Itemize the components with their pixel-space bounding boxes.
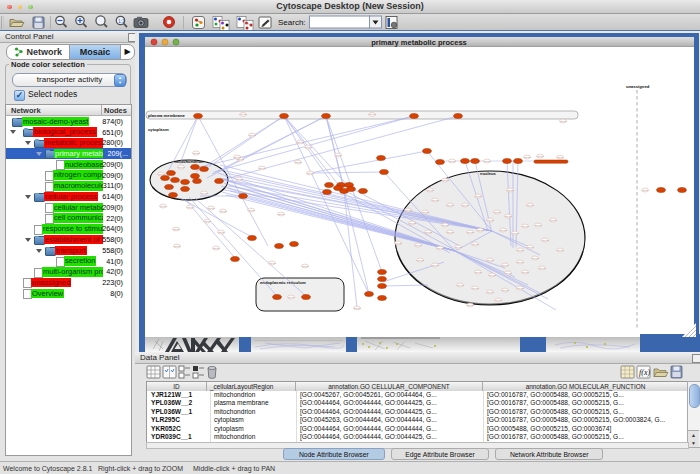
svg-text:Yxx-xx: Yxx-xx [441, 179, 449, 182]
svg-text:Yxx-xx: Yxx-xx [474, 271, 482, 274]
svg-text:Yxx-xx: Yxx-xx [217, 231, 225, 234]
svg-text:Yxx-xx: Yxx-xx [446, 204, 454, 207]
svg-text:Yxx-xx: Yxx-xx [559, 120, 567, 123]
svg-text:Yxx-xx: Yxx-xx [368, 113, 376, 116]
svg-text:Yxx-xx: Yxx-xx [511, 232, 519, 235]
svg-text:Yxx-xx: Yxx-xx [200, 192, 208, 195]
svg-text:Yxx-xx: Yxx-xx [353, 307, 361, 310]
svg-text:Yxx-xx: Yxx-xx [526, 204, 534, 207]
svg-text:Yxx-xx: Yxx-xx [556, 156, 564, 159]
svg-text:Yxx-xx: Yxx-xx [474, 195, 482, 198]
svg-text:Yxx-xx: Yxx-xx [306, 172, 314, 175]
svg-text:Yxx-xx: Yxx-xx [431, 264, 439, 267]
svg-text:unassigned: unassigned [626, 84, 650, 89]
svg-text:f(x): f(x) [639, 368, 650, 377]
svg-text:Yxx-xx: Yxx-xx [408, 222, 416, 225]
svg-text:Yxx-xx: Yxx-xx [504, 272, 512, 275]
svg-text:Yxx-xx: Yxx-xx [414, 244, 422, 247]
svg-text:Yxx-xx: Yxx-xx [494, 299, 502, 302]
svg-text:Yxx-xx: Yxx-xx [277, 213, 285, 216]
svg-text:Yxx-xx: Yxx-xx [207, 207, 215, 210]
svg-text:Yxx-xx: Yxx-xx [416, 259, 424, 262]
svg-text:Yxx-xx: Yxx-xx [441, 224, 449, 227]
svg-text:Yxx-xx: Yxx-xx [549, 219, 557, 222]
svg-text:Yxx-xx: Yxx-xx [424, 231, 432, 234]
svg-text:Yxx-xx: Yxx-xx [461, 204, 469, 207]
svg-text:Yxx-xx: Yxx-xx [296, 141, 304, 144]
svg-text:Yxx-xx: Yxx-xx [304, 146, 312, 149]
svg-text:Yxx-xx: Yxx-xx [159, 205, 167, 208]
svg-text:Yxx-xx: Yxx-xx [192, 152, 200, 155]
svg-text:Yxx-xx: Yxx-xx [541, 239, 549, 242]
svg-text:Yxx-xx: Yxx-xx [233, 156, 241, 159]
svg-text:Yxx-xx: Yxx-xx [203, 220, 211, 223]
svg-text:Yxx-xx: Yxx-xx [466, 231, 474, 234]
svg-text:Yxx-xx: Yxx-xx [456, 284, 464, 287]
svg-text:Yxx-xx: Yxx-xx [488, 274, 496, 277]
svg-text:Yxx-xx: Yxx-xx [436, 247, 444, 250]
svg-text:Yxx-xx: Yxx-xx [186, 206, 194, 209]
svg-text:Yxx-xx: Yxx-xx [421, 211, 429, 214]
svg-text:Yxx-xx: Yxx-xx [536, 155, 544, 158]
svg-text:Yxx-xx: Yxx-xx [556, 249, 564, 252]
svg-text:Yxx-xx: Yxx-xx [301, 265, 309, 268]
svg-text:Yxx-xx: Yxx-xx [268, 262, 276, 265]
svg-text:Yxx-xx: Yxx-xx [212, 247, 220, 250]
svg-text:Yxx-xx: Yxx-xx [523, 156, 531, 159]
svg-text:Yxx-xx: Yxx-xx [486, 259, 494, 262]
svg-text:Yxx-xx: Yxx-xx [538, 267, 546, 270]
svg-text:Yxx-xx: Yxx-xx [247, 209, 255, 212]
svg-text:Yxx-xx: Yxx-xx [294, 161, 302, 164]
svg-text:Yxx-xx: Yxx-xx [426, 189, 434, 192]
svg-text:Yxx-xx: Yxx-xx [172, 228, 180, 231]
svg-text:Yxx-xx: Yxx-xx [287, 296, 295, 299]
svg-text:Yxx-xx: Yxx-xx [404, 209, 412, 212]
svg-text:nucleus: nucleus [480, 171, 496, 176]
svg-text:Yxx-xx: Yxx-xx [235, 178, 243, 181]
svg-text:Yxx-xx: Yxx-xx [239, 113, 247, 116]
svg-text:Yxx-xx: Yxx-xx [516, 287, 524, 290]
svg-text:1:1: 1:1 [118, 19, 125, 24]
svg-text:Yxx-xx: Yxx-xx [177, 166, 185, 169]
svg-text:Yxx-xx: Yxx-xx [499, 229, 507, 232]
svg-text:Yxx-xx: Yxx-xx [446, 231, 454, 234]
svg-text:primary metabolic process: primary metabolic process [371, 38, 466, 47]
svg-text:Yxx-xx: Yxx-xx [454, 246, 462, 249]
svg-text:Yxx-xx: Yxx-xx [534, 224, 542, 227]
svg-text:Yxx-xx: Yxx-xx [334, 154, 342, 157]
svg-text:Yxx-xx: Yxx-xx [394, 242, 402, 245]
svg-text:plasma membrane: plasma membrane [148, 113, 185, 118]
svg-text:Yxx-xx: Yxx-xx [483, 160, 491, 163]
svg-text:Yxx-xx: Yxx-xx [476, 229, 484, 232]
svg-text:Yxx-xx: Yxx-xx [501, 264, 509, 267]
svg-text:Yxx-xx: Yxx-xx [258, 167, 266, 170]
svg-text:Yxx-xx: Yxx-xx [219, 210, 227, 213]
svg-text:Yxx-xx: Yxx-xx [516, 261, 524, 264]
svg-text:Yxx-xx: Yxx-xx [526, 246, 534, 249]
svg-text:Yxx-xx: Yxx-xx [516, 249, 524, 252]
svg-text:Yxx-xx: Yxx-xx [448, 160, 456, 163]
svg-text:Yxx-xx: Yxx-xx [501, 289, 509, 292]
svg-text:Yxx-xx: Yxx-xx [641, 189, 649, 192]
svg-text:Yxx-xx: Yxx-xx [493, 211, 501, 214]
svg-text:cytoplasm: cytoplasm [148, 127, 169, 132]
svg-text:Yxx-xx: Yxx-xx [486, 219, 494, 222]
svg-text:Yxx-xx: Yxx-xx [431, 199, 439, 202]
svg-text:Yxx-xx: Yxx-xx [486, 291, 494, 294]
svg-text:mitochondrion: mitochondrion [174, 159, 204, 164]
svg-text:Yxx-xx: Yxx-xx [173, 245, 181, 248]
svg-text:Yxx-xx: Yxx-xx [248, 134, 256, 137]
svg-text:Yxx-xx: Yxx-xx [506, 189, 514, 192]
svg-text:Yxx-xx: Yxx-xx [466, 304, 474, 307]
svg-text:Yxx-xx: Yxx-xx [521, 271, 529, 274]
svg-text:Yxx-xx: Yxx-xx [471, 243, 479, 246]
svg-text:Yxx-xx: Yxx-xx [531, 257, 539, 260]
svg-text:Yxx-xx: Yxx-xx [504, 215, 512, 218]
svg-text:Search:: Search: [278, 18, 306, 27]
svg-text:Yxx-xx: Yxx-xx [471, 287, 479, 290]
svg-text:Yxx-xx: Yxx-xx [521, 225, 529, 228]
